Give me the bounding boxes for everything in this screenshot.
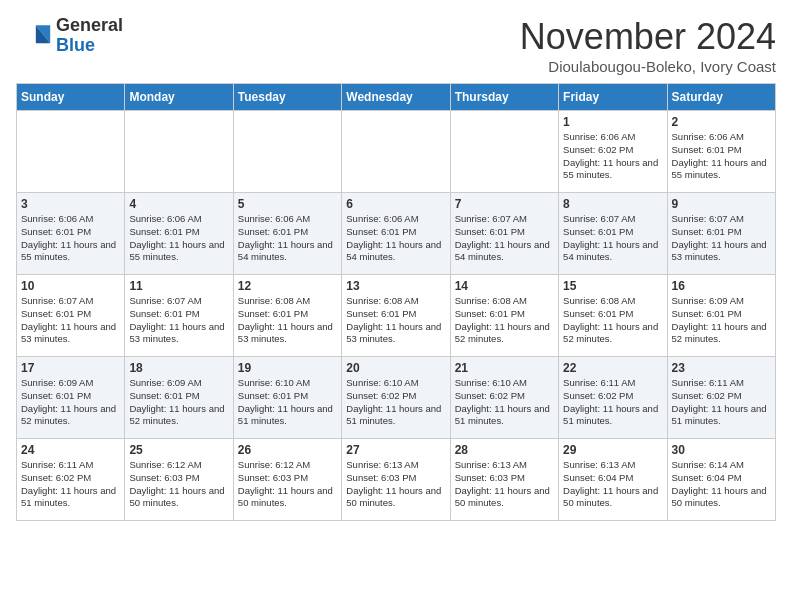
day-number: 1	[563, 115, 662, 129]
day-number: 8	[563, 197, 662, 211]
day-number: 5	[238, 197, 337, 211]
day-info: Sunrise: 6:11 AM Sunset: 6:02 PM Dayligh…	[563, 377, 662, 428]
day-info: Sunrise: 6:09 AM Sunset: 6:01 PM Dayligh…	[129, 377, 228, 428]
day-info: Sunrise: 6:07 AM Sunset: 6:01 PM Dayligh…	[672, 213, 771, 264]
logo-blue: Blue	[56, 36, 123, 56]
day-info: Sunrise: 6:06 AM Sunset: 6:01 PM Dayligh…	[238, 213, 337, 264]
week-row-1: 1Sunrise: 6:06 AM Sunset: 6:02 PM Daylig…	[17, 111, 776, 193]
day-info: Sunrise: 6:06 AM Sunset: 6:01 PM Dayligh…	[129, 213, 228, 264]
day-number: 2	[672, 115, 771, 129]
location-subtitle: Dioulabougou-Boleko, Ivory Coast	[520, 58, 776, 75]
day-info: Sunrise: 6:08 AM Sunset: 6:01 PM Dayligh…	[455, 295, 554, 346]
day-number: 3	[21, 197, 120, 211]
day-number: 28	[455, 443, 554, 457]
day-number: 29	[563, 443, 662, 457]
day-number: 9	[672, 197, 771, 211]
day-info: Sunrise: 6:08 AM Sunset: 6:01 PM Dayligh…	[346, 295, 445, 346]
day-cell: 28Sunrise: 6:13 AM Sunset: 6:03 PM Dayli…	[450, 439, 558, 521]
day-info: Sunrise: 6:06 AM Sunset: 6:02 PM Dayligh…	[563, 131, 662, 182]
day-cell: 9Sunrise: 6:07 AM Sunset: 6:01 PM Daylig…	[667, 193, 775, 275]
day-cell: 12Sunrise: 6:08 AM Sunset: 6:01 PM Dayli…	[233, 275, 341, 357]
week-row-5: 24Sunrise: 6:11 AM Sunset: 6:02 PM Dayli…	[17, 439, 776, 521]
day-number: 21	[455, 361, 554, 375]
day-cell: 29Sunrise: 6:13 AM Sunset: 6:04 PM Dayli…	[559, 439, 667, 521]
day-cell: 5Sunrise: 6:06 AM Sunset: 6:01 PM Daylig…	[233, 193, 341, 275]
day-cell: 24Sunrise: 6:11 AM Sunset: 6:02 PM Dayli…	[17, 439, 125, 521]
day-info: Sunrise: 6:06 AM Sunset: 6:01 PM Dayligh…	[21, 213, 120, 264]
col-header-sunday: Sunday	[17, 84, 125, 111]
col-header-monday: Monday	[125, 84, 233, 111]
day-cell: 11Sunrise: 6:07 AM Sunset: 6:01 PM Dayli…	[125, 275, 233, 357]
day-info: Sunrise: 6:13 AM Sunset: 6:04 PM Dayligh…	[563, 459, 662, 510]
col-header-thursday: Thursday	[450, 84, 558, 111]
day-number: 14	[455, 279, 554, 293]
col-header-tuesday: Tuesday	[233, 84, 341, 111]
day-info: Sunrise: 6:10 AM Sunset: 6:02 PM Dayligh…	[346, 377, 445, 428]
logo-text: General Blue	[56, 16, 123, 56]
day-info: Sunrise: 6:13 AM Sunset: 6:03 PM Dayligh…	[455, 459, 554, 510]
day-cell: 10Sunrise: 6:07 AM Sunset: 6:01 PM Dayli…	[17, 275, 125, 357]
day-info: Sunrise: 6:13 AM Sunset: 6:03 PM Dayligh…	[346, 459, 445, 510]
day-info: Sunrise: 6:07 AM Sunset: 6:01 PM Dayligh…	[129, 295, 228, 346]
day-cell: 1Sunrise: 6:06 AM Sunset: 6:02 PM Daylig…	[559, 111, 667, 193]
day-info: Sunrise: 6:06 AM Sunset: 6:01 PM Dayligh…	[672, 131, 771, 182]
day-info: Sunrise: 6:08 AM Sunset: 6:01 PM Dayligh…	[238, 295, 337, 346]
day-info: Sunrise: 6:07 AM Sunset: 6:01 PM Dayligh…	[563, 213, 662, 264]
day-number: 27	[346, 443, 445, 457]
day-cell: 16Sunrise: 6:09 AM Sunset: 6:01 PM Dayli…	[667, 275, 775, 357]
day-number: 11	[129, 279, 228, 293]
day-number: 26	[238, 443, 337, 457]
col-header-friday: Friday	[559, 84, 667, 111]
week-row-3: 10Sunrise: 6:07 AM Sunset: 6:01 PM Dayli…	[17, 275, 776, 357]
day-number: 24	[21, 443, 120, 457]
day-number: 30	[672, 443, 771, 457]
day-info: Sunrise: 6:10 AM Sunset: 6:01 PM Dayligh…	[238, 377, 337, 428]
logo-general: General	[56, 16, 123, 36]
day-cell: 3Sunrise: 6:06 AM Sunset: 6:01 PM Daylig…	[17, 193, 125, 275]
col-header-wednesday: Wednesday	[342, 84, 450, 111]
day-number: 16	[672, 279, 771, 293]
day-number: 25	[129, 443, 228, 457]
day-cell: 22Sunrise: 6:11 AM Sunset: 6:02 PM Dayli…	[559, 357, 667, 439]
col-header-saturday: Saturday	[667, 84, 775, 111]
day-number: 23	[672, 361, 771, 375]
day-info: Sunrise: 6:12 AM Sunset: 6:03 PM Dayligh…	[129, 459, 228, 510]
day-cell	[125, 111, 233, 193]
page-header: General Blue November 2024 Dioulabougou-…	[16, 16, 776, 75]
day-number: 22	[563, 361, 662, 375]
week-row-2: 3Sunrise: 6:06 AM Sunset: 6:01 PM Daylig…	[17, 193, 776, 275]
day-info: Sunrise: 6:14 AM Sunset: 6:04 PM Dayligh…	[672, 459, 771, 510]
title-block: November 2024 Dioulabougou-Boleko, Ivory…	[520, 16, 776, 75]
day-info: Sunrise: 6:12 AM Sunset: 6:03 PM Dayligh…	[238, 459, 337, 510]
day-cell: 25Sunrise: 6:12 AM Sunset: 6:03 PM Dayli…	[125, 439, 233, 521]
day-cell	[233, 111, 341, 193]
calendar-table: SundayMondayTuesdayWednesdayThursdayFrid…	[16, 83, 776, 521]
day-number: 18	[129, 361, 228, 375]
day-number: 6	[346, 197, 445, 211]
day-cell: 30Sunrise: 6:14 AM Sunset: 6:04 PM Dayli…	[667, 439, 775, 521]
day-cell: 18Sunrise: 6:09 AM Sunset: 6:01 PM Dayli…	[125, 357, 233, 439]
day-cell	[450, 111, 558, 193]
day-info: Sunrise: 6:08 AM Sunset: 6:01 PM Dayligh…	[563, 295, 662, 346]
day-cell: 23Sunrise: 6:11 AM Sunset: 6:02 PM Dayli…	[667, 357, 775, 439]
logo-icon	[16, 18, 52, 54]
day-info: Sunrise: 6:09 AM Sunset: 6:01 PM Dayligh…	[21, 377, 120, 428]
week-row-4: 17Sunrise: 6:09 AM Sunset: 6:01 PM Dayli…	[17, 357, 776, 439]
day-cell: 2Sunrise: 6:06 AM Sunset: 6:01 PM Daylig…	[667, 111, 775, 193]
day-cell: 21Sunrise: 6:10 AM Sunset: 6:02 PM Dayli…	[450, 357, 558, 439]
day-cell: 19Sunrise: 6:10 AM Sunset: 6:01 PM Dayli…	[233, 357, 341, 439]
day-cell: 15Sunrise: 6:08 AM Sunset: 6:01 PM Dayli…	[559, 275, 667, 357]
day-number: 7	[455, 197, 554, 211]
day-number: 10	[21, 279, 120, 293]
day-cell: 7Sunrise: 6:07 AM Sunset: 6:01 PM Daylig…	[450, 193, 558, 275]
day-cell: 14Sunrise: 6:08 AM Sunset: 6:01 PM Dayli…	[450, 275, 558, 357]
day-info: Sunrise: 6:07 AM Sunset: 6:01 PM Dayligh…	[21, 295, 120, 346]
day-cell: 26Sunrise: 6:12 AM Sunset: 6:03 PM Dayli…	[233, 439, 341, 521]
day-number: 13	[346, 279, 445, 293]
day-number: 12	[238, 279, 337, 293]
day-cell: 17Sunrise: 6:09 AM Sunset: 6:01 PM Dayli…	[17, 357, 125, 439]
day-cell	[17, 111, 125, 193]
day-info: Sunrise: 6:11 AM Sunset: 6:02 PM Dayligh…	[21, 459, 120, 510]
day-cell: 20Sunrise: 6:10 AM Sunset: 6:02 PM Dayli…	[342, 357, 450, 439]
day-number: 4	[129, 197, 228, 211]
